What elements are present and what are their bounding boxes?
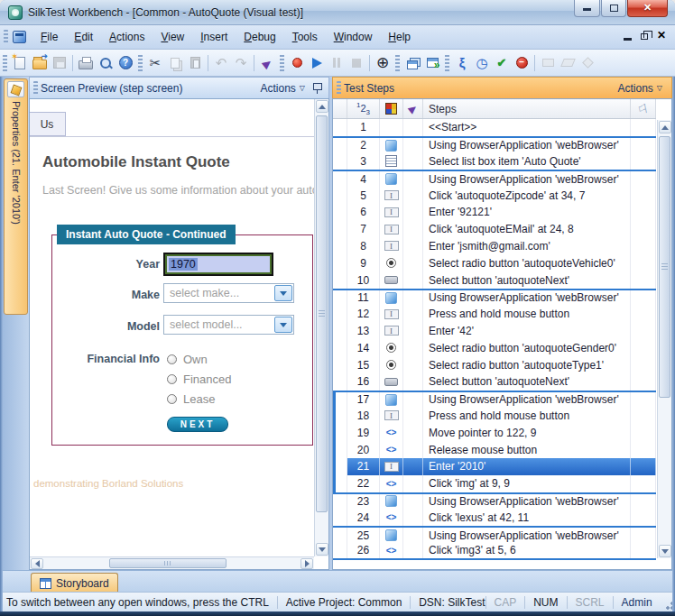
minimize-button[interactable] — [574, 0, 600, 17]
new-button[interactable] — [10, 53, 30, 73]
timer-button[interactable] — [472, 53, 492, 73]
test-step-row[interactable]: 18IPress and hold mouse button — [333, 408, 656, 425]
test-step-row[interactable]: 2Using BrowserApplication 'webBrowser' — [333, 136, 656, 153]
record-button[interactable] — [287, 53, 307, 73]
test-step-row[interactable]: 14Select radio button 'autoquoteGender0' — [333, 339, 656, 356]
radio-button-icon — [167, 354, 177, 364]
preview-nav-tab[interactable]: Us — [29, 112, 66, 136]
menu-edit[interactable]: Edit — [66, 27, 101, 47]
mdi-restore-button[interactable] — [641, 31, 648, 40]
find-button[interactable] — [96, 53, 116, 73]
test-step-row[interactable]: 21IEnter '2010' — [333, 458, 656, 475]
mouse-move-icon: <> — [386, 428, 397, 437]
year-input[interactable]: 1970 — [163, 253, 273, 276]
column-step-number[interactable]: 123 — [347, 99, 380, 118]
test-step-row[interactable]: 26<>Click 'img3' at 5, 6 — [333, 543, 656, 560]
scroll-left-button[interactable] — [31, 558, 43, 569]
test-step-row[interactable]: 5IClick 'autoquoteZipcode' at 34, 7 — [333, 187, 656, 204]
test-step-row[interactable]: 13IEnter '42' — [333, 323, 656, 340]
column-steps[interactable]: Steps — [423, 99, 631, 118]
steps-vertical-scrollbar[interactable] — [657, 120, 671, 558]
scrollbar-thumb[interactable] — [316, 115, 328, 512]
panel-grip[interactable] — [33, 81, 38, 96]
test-step-row[interactable]: 19<>Move pointer to 122, 9 — [333, 424, 656, 441]
storyboard-tab[interactable]: Storyboard — [31, 573, 118, 593]
mdi-close-button[interactable]: ✕ — [657, 30, 666, 41]
test-step-row[interactable]: 16Select button 'autoquoteNext' — [333, 373, 656, 391]
step-number: 5 — [347, 187, 380, 204]
pin-icon[interactable] — [310, 81, 323, 96]
make-select[interactable]: select make... — [163, 283, 294, 303]
menu-tools[interactable]: Tools — [284, 27, 326, 47]
menu-help[interactable]: Help — [380, 27, 419, 47]
test-step-row[interactable]: 3Select list box item 'Auto Quote' — [333, 153, 656, 170]
radio-lease[interactable]: Lease — [167, 392, 215, 406]
test-step-row[interactable]: 9Select radio button 'autoquoteVehicle0' — [333, 254, 656, 271]
radio-own[interactable]: Own — [167, 353, 208, 366]
scroll-right-button[interactable] — [301, 558, 313, 569]
document-icon[interactable] — [13, 31, 26, 43]
screen-preview-actions-button[interactable]: Actions▽ — [256, 80, 309, 97]
test-step-row[interactable]: 15Select radio button 'autoquoteType1' — [333, 356, 656, 373]
test-step-row[interactable]: 24<>Click 'lexus' at 42, 11 — [333, 509, 656, 526]
menu-debug[interactable]: Debug — [236, 27, 283, 47]
column-state[interactable] — [333, 99, 347, 118]
column-action-type[interactable] — [403, 99, 423, 118]
scroll-up-button[interactable] — [659, 121, 671, 133]
maximize-button[interactable] — [601, 0, 626, 17]
test-step-row[interactable]: 17Using BrowserApplication 'webBrowser' — [333, 391, 656, 408]
menu-actions[interactable]: Actions — [101, 27, 153, 47]
menu-file[interactable]: File — [32, 27, 66, 47]
preview-vertical-scrollbar[interactable] — [314, 99, 328, 556]
test-step-row[interactable]: 6IEnter '92121' — [333, 204, 656, 221]
save-icon — [53, 57, 66, 69]
close-button[interactable]: ✕ — [627, 0, 668, 17]
test-step-row[interactable]: 10Select button 'autoquoteNext' — [333, 271, 656, 289]
panel-grip[interactable] — [337, 81, 341, 96]
scroll-down-button[interactable] — [659, 545, 671, 557]
copy-screen-button[interactable] — [402, 53, 422, 73]
play-button[interactable] — [307, 53, 327, 73]
test-step-row[interactable]: 20<>Release mouse button — [333, 441, 656, 458]
verify-button[interactable] — [492, 53, 512, 73]
help-button[interactable] — [116, 53, 135, 73]
menu-view[interactable]: View — [153, 27, 192, 47]
test-step-row[interactable]: 11Using BrowserApplication 'webBrowser' — [333, 289, 656, 306]
scrollbar-thumb[interactable] — [109, 558, 227, 568]
test-step-row[interactable]: 25Using BrowserApplication 'webBrowser' — [333, 526, 656, 543]
step-group-marker — [333, 373, 347, 391]
test-step-row[interactable]: 1<<Start>> — [333, 119, 656, 136]
visual-navigator-button[interactable] — [257, 53, 277, 73]
next-button[interactable]: NEXT — [167, 417, 228, 432]
export-screen-button[interactable] — [422, 53, 442, 73]
scroll-down-button[interactable] — [316, 543, 328, 556]
preview-horizontal-scrollbar[interactable] — [30, 556, 314, 569]
menu-window[interactable]: Window — [326, 27, 381, 47]
test-step-row[interactable]: 8IEnter 'jsmith@gmail.com' — [333, 238, 656, 255]
test-step-row[interactable]: 22<>Click 'img' at 9, 9 — [333, 475, 656, 492]
step-number: 19 — [347, 424, 380, 441]
step-number: 10 — [347, 271, 380, 289]
test-step-row[interactable]: 23Using BrowserApplication 'webBrowser' — [333, 492, 656, 510]
test-step-row[interactable]: 4Using BrowserApplication 'webBrowser' — [333, 170, 656, 187]
scrollbar-thumb[interactable] — [659, 136, 670, 398]
open-button[interactable] — [30, 53, 50, 73]
test-step-row[interactable]: 7IClick 'autoquoteEMail' at 24, 8 — [333, 221, 656, 238]
menu-grip[interactable] — [4, 30, 8, 44]
properties-tab[interactable]: Properties (21. Enter '2010') — [4, 78, 28, 315]
model-select[interactable]: select model... — [163, 315, 294, 335]
radio-financed[interactable]: Financed — [167, 372, 231, 386]
test-steps-button[interactable] — [452, 53, 472, 73]
menu-insert[interactable]: Insert — [192, 27, 236, 47]
identify-object-button[interactable] — [373, 53, 393, 73]
test-steps-actions-button[interactable]: Actions▽ — [614, 80, 666, 97]
resize-grip[interactable] — [662, 598, 672, 611]
scroll-up-button[interactable] — [316, 100, 328, 113]
test-step-row[interactable]: 12IPress and hold mouse button — [333, 306, 656, 323]
error-stop-button[interactable] — [512, 53, 532, 73]
column-object-type[interactable] — [380, 99, 403, 118]
print-button[interactable] — [76, 53, 96, 73]
mdi-minimize-button[interactable] — [624, 31, 632, 41]
column-flag[interactable]: ⚐ — [631, 99, 656, 118]
cut-button[interactable] — [145, 53, 165, 73]
